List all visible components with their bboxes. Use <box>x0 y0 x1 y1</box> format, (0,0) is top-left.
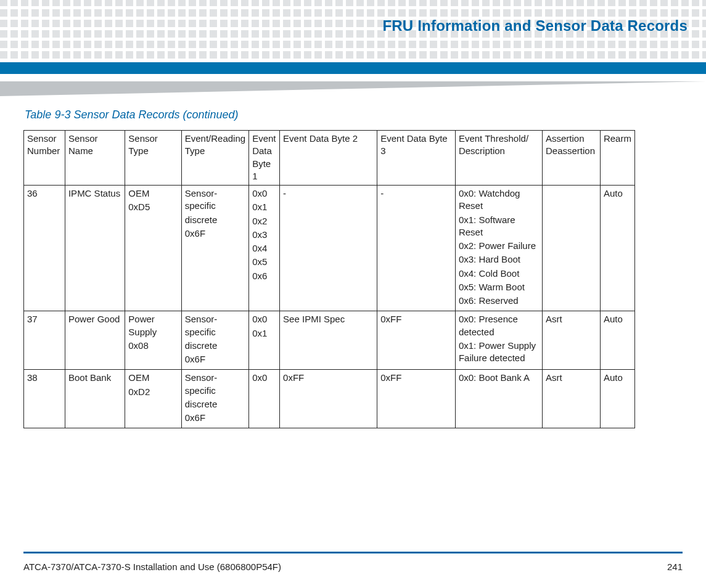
cell-assertion-deassertion: Asrt <box>542 370 600 428</box>
content-area: Table 9-3 Sensor Data Records (continued… <box>23 105 683 428</box>
table-body: 36IPMC StatusOEM0xD5Sensor-specificdiscr… <box>24 186 635 428</box>
col-event-reading-type: Event/Reading Type <box>181 131 248 186</box>
cell-event-data-byte-2: - <box>280 186 377 311</box>
footer: ATCA-7370/ATCA-7370-S Installation and U… <box>23 561 683 572</box>
col-event-threshold-desc: Event Threshold/ Description <box>455 131 542 186</box>
col-event-data-byte-2: Event Data Byte 2 <box>280 131 377 186</box>
col-rearm: Rearm <box>600 131 634 186</box>
cell-rearm: Auto <box>600 186 634 311</box>
sensor-table: Sensor Number Sensor Name Sensor Type Ev… <box>23 130 635 428</box>
cell-rearm: Auto <box>600 311 634 370</box>
table-caption: Table 9-3 Sensor Data Records (continued… <box>25 108 683 121</box>
svg-marker-0 <box>0 81 706 96</box>
cell-event-reading-type: Sensor-specificdiscrete0x6F <box>181 311 248 370</box>
col-sensor-number: Sensor Number <box>24 131 65 186</box>
cell-sensor-type: OEM0xD5 <box>125 186 181 311</box>
cell-rearm: Auto <box>600 370 634 428</box>
cell-sensor-name: Boot Bank <box>65 370 125 428</box>
col-sensor-name: Sensor Name <box>65 131 125 186</box>
cell-sensor-number: 36 <box>24 186 65 311</box>
footer-doc-title: ATCA-7370/ATCA-7370-S Installation and U… <box>23 561 281 572</box>
cell-event-data-byte-2: See IPMI Spec <box>280 311 377 370</box>
cell-sensor-type: Power Supply0x08 <box>125 311 181 370</box>
cell-event-data-byte-3: 0xFF <box>377 311 456 370</box>
footer-page-number: 241 <box>667 561 683 572</box>
cell-event-threshold-desc: 0x0: Watchdog Reset0x1: Software Reset0x… <box>455 186 542 311</box>
cell-event-reading-type: Sensor-specificdiscrete0x6F <box>181 186 248 311</box>
cell-sensor-name: Power Good <box>65 311 125 370</box>
cell-event-data-byte-2: 0xFF <box>280 370 377 428</box>
col-event-data-byte-1: Event Data Byte 1 <box>249 131 280 186</box>
cell-event-data-byte-1: 0x0 <box>249 370 280 428</box>
cell-sensor-number: 37 <box>24 311 65 370</box>
cell-assertion-deassertion <box>542 186 600 311</box>
col-sensor-type: Sensor Type <box>125 131 181 186</box>
cell-sensor-type: OEM0xD2 <box>125 370 181 428</box>
cell-event-data-byte-1: 0x00x1 <box>249 311 280 370</box>
cell-event-data-byte-3: 0xFF <box>377 370 456 428</box>
cell-event-data-byte-3: - <box>377 186 456 311</box>
cell-assertion-deassertion: Asrt <box>542 311 600 370</box>
table-row: 36IPMC StatusOEM0xD5Sensor-specificdiscr… <box>24 186 635 311</box>
cell-event-threshold-desc: 0x0: Presence detected0x1: Power Supply … <box>455 311 542 370</box>
cell-event-threshold-desc: 0x0: Boot Bank A <box>455 370 542 428</box>
cell-event-reading-type: Sensor-specificdiscrete0x6F <box>181 370 248 428</box>
footer-rule <box>23 552 683 553</box>
header-gray-wedge <box>0 81 706 96</box>
table-row: 37Power GoodPower Supply0x08Sensor-speci… <box>24 311 635 370</box>
cell-sensor-number: 38 <box>24 370 65 428</box>
col-assertion-deassertion: Assertion Deassertion <box>542 131 600 186</box>
table-header-row: Sensor Number Sensor Name Sensor Type Ev… <box>24 131 635 186</box>
col-event-data-byte-3: Event Data Byte 3 <box>377 131 456 186</box>
table-row: 38Boot BankOEM0xD2Sensor-specificdiscret… <box>24 370 635 428</box>
page-title: FRU Information and Sensor Data Records <box>382 17 688 35</box>
cell-event-data-byte-1: 0x00x10x20x30x40x50x6 <box>249 186 280 311</box>
header-blue-bar <box>0 62 706 74</box>
cell-sensor-name: IPMC Status <box>65 186 125 311</box>
